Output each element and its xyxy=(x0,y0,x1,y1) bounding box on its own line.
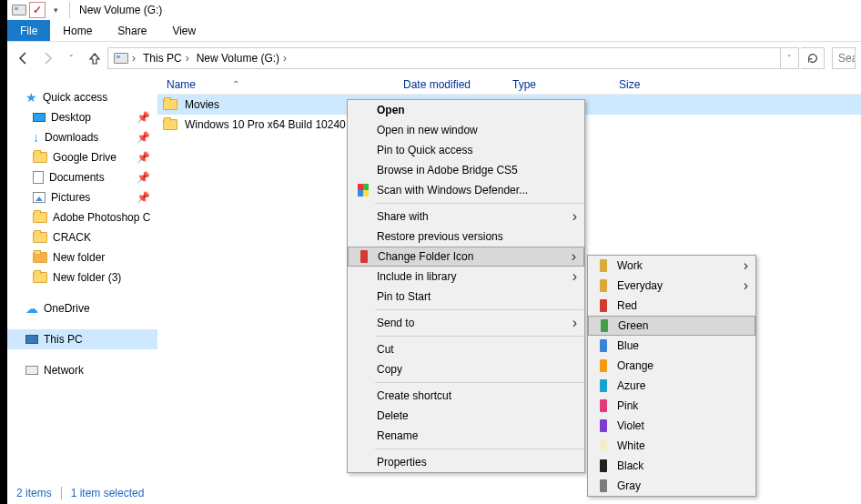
address-dropdown[interactable]: ˅ xyxy=(780,48,798,68)
chevron-right-icon xyxy=(572,208,577,225)
bookmark-icon xyxy=(593,299,613,312)
ribbon-tabs: File Home Share View xyxy=(7,20,861,42)
submenu-azure[interactable]: Azure xyxy=(588,376,755,396)
documents-icon xyxy=(33,171,44,184)
submenu-white[interactable]: White xyxy=(588,436,755,456)
breadcrumb-volume[interactable]: New Volume (G:) xyxy=(191,48,281,68)
tab-share[interactable]: Share xyxy=(105,20,159,41)
bookmark-icon xyxy=(593,259,613,272)
up-button[interactable] xyxy=(84,47,106,69)
menu-pin-start[interactable]: Pin to Start xyxy=(348,287,584,307)
sidebar-crack[interactable]: CRACK xyxy=(7,227,157,247)
context-submenu: Work Everyday Red Green Blue Orange Azur… xyxy=(587,255,756,497)
menu-send-to[interactable]: Send to xyxy=(348,313,584,333)
back-button[interactable] xyxy=(13,47,35,69)
tab-view[interactable]: View xyxy=(159,20,208,41)
menu-separator xyxy=(375,449,583,449)
separator xyxy=(69,2,70,18)
sidebar-item-label: Adobe Photoshop C xyxy=(53,211,150,224)
pin-icon: 📌 xyxy=(137,171,150,184)
column-headers: Name ⌃ Date modified Type Size xyxy=(157,75,861,95)
drive-icon xyxy=(108,48,130,68)
sidebar-item-label: Pictures xyxy=(51,191,90,204)
breadcrumb-sep[interactable]: › xyxy=(281,48,289,68)
sidebar-documents[interactable]: Documents 📌 xyxy=(7,167,157,187)
column-type[interactable]: Type xyxy=(503,75,610,94)
refresh-button[interactable] xyxy=(801,47,825,69)
menu-properties[interactable]: Properties xyxy=(348,452,584,472)
chevron-right-icon xyxy=(572,315,577,331)
sidebar-new-folder[interactable]: New folder xyxy=(7,247,157,267)
downloads-icon: ↓ xyxy=(33,130,39,145)
menu-browse-bridge[interactable]: Browse in Adobe Bridge CS5 xyxy=(348,160,584,180)
submenu-work[interactable]: Work xyxy=(588,256,755,276)
folder-icon xyxy=(163,119,177,130)
column-name[interactable]: Name ⌃ xyxy=(157,75,394,94)
menu-scan-defender[interactable]: Scan with Windows Defender... xyxy=(348,180,584,200)
menu-cut[interactable]: Cut xyxy=(348,339,584,359)
submenu-everyday[interactable]: Everyday xyxy=(588,276,755,296)
submenu-pink[interactable]: Pink xyxy=(588,396,755,416)
history-dropdown[interactable]: ˅ xyxy=(60,47,82,69)
forward-button[interactable] xyxy=(36,47,58,69)
menu-pin-quick-access[interactable]: Pin to Quick access xyxy=(348,140,584,160)
tab-home[interactable]: Home xyxy=(50,20,105,41)
menu-change-folder-icon[interactable]: Change Folder Icon xyxy=(348,247,584,267)
sidebar-item-label: New folder (3) xyxy=(53,271,121,284)
search-input[interactable]: Sear xyxy=(832,47,856,69)
address-bar[interactable]: › This PC › New Volume (G:) › ˅ xyxy=(107,47,799,69)
sidebar-this-pc[interactable]: This PC xyxy=(7,329,157,349)
sidebar-item-label: New folder xyxy=(53,251,105,264)
sidebar-item-label: OneDrive xyxy=(44,302,90,315)
status-item-count: 2 items xyxy=(16,487,52,499)
menu-copy[interactable]: Copy xyxy=(348,359,584,379)
column-size[interactable]: Size xyxy=(610,75,694,94)
sidebar-pictures[interactable]: Pictures 📌 xyxy=(7,187,157,207)
qat-dropdown-icon[interactable]: ▾ xyxy=(47,2,64,18)
sidebar-network[interactable]: Network xyxy=(7,360,157,380)
pictures-icon xyxy=(33,192,46,203)
menu-open-new-window[interactable]: Open in new window xyxy=(348,120,584,140)
submenu-green[interactable]: Green xyxy=(588,316,755,336)
menu-create-shortcut[interactable]: Create shortcut xyxy=(348,386,584,406)
sidebar-new-folder-3[interactable]: New folder (3) xyxy=(7,267,157,287)
menu-rename[interactable]: Rename xyxy=(348,426,584,446)
chevron-right-icon xyxy=(572,248,576,265)
menu-separator xyxy=(375,382,583,383)
submenu-gray[interactable]: Gray xyxy=(588,476,755,496)
tab-file[interactable]: File xyxy=(7,20,50,41)
sidebar-item-label: Desktop xyxy=(51,111,91,124)
menu-open[interactable]: Open xyxy=(348,100,584,120)
column-date[interactable]: Date modified xyxy=(394,75,503,94)
divider xyxy=(61,487,62,499)
bookmark-icon xyxy=(593,419,613,432)
folder-icon xyxy=(33,212,47,223)
sidebar-quick-access[interactable]: ★ Quick access xyxy=(7,87,157,107)
menu-restore-previous[interactable]: Restore previous versions xyxy=(348,227,584,247)
qat-check-icon[interactable]: ✓ xyxy=(29,2,46,18)
menu-delete[interactable]: Delete xyxy=(348,406,584,426)
folder-icon xyxy=(33,152,47,163)
sidebar-item-label: Downloads xyxy=(45,131,98,144)
drive-icon xyxy=(11,2,27,18)
breadcrumb-sep[interactable]: › xyxy=(130,48,137,68)
sidebar-onedrive[interactable]: ☁ OneDrive xyxy=(7,298,157,318)
sidebar-item-label: Quick access xyxy=(43,91,107,104)
submenu-blue[interactable]: Blue xyxy=(588,336,755,356)
menu-include-library[interactable]: Include in library xyxy=(348,267,584,287)
submenu-red[interactable]: Red xyxy=(588,296,755,316)
sidebar-item-label: CRACK xyxy=(53,231,91,244)
submenu-black[interactable]: Black xyxy=(588,456,755,476)
breadcrumb-sep[interactable]: › xyxy=(184,48,191,68)
submenu-orange[interactable]: Orange xyxy=(588,356,755,376)
menu-separator xyxy=(375,336,583,337)
sidebar-downloads[interactable]: ↓ Downloads 📌 xyxy=(7,127,157,147)
sidebar-google-drive[interactable]: Google Drive 📌 xyxy=(7,147,157,167)
submenu-violet[interactable]: Violet xyxy=(588,416,755,436)
chevron-right-icon xyxy=(744,257,748,274)
breadcrumb-this-pc[interactable]: This PC xyxy=(137,48,184,68)
sidebar-desktop[interactable]: Desktop 📌 xyxy=(7,107,157,127)
menu-share-with[interactable]: Share with xyxy=(348,207,584,227)
bookmark-icon xyxy=(354,250,374,263)
sidebar-photoshop[interactable]: Adobe Photoshop C xyxy=(7,207,157,227)
